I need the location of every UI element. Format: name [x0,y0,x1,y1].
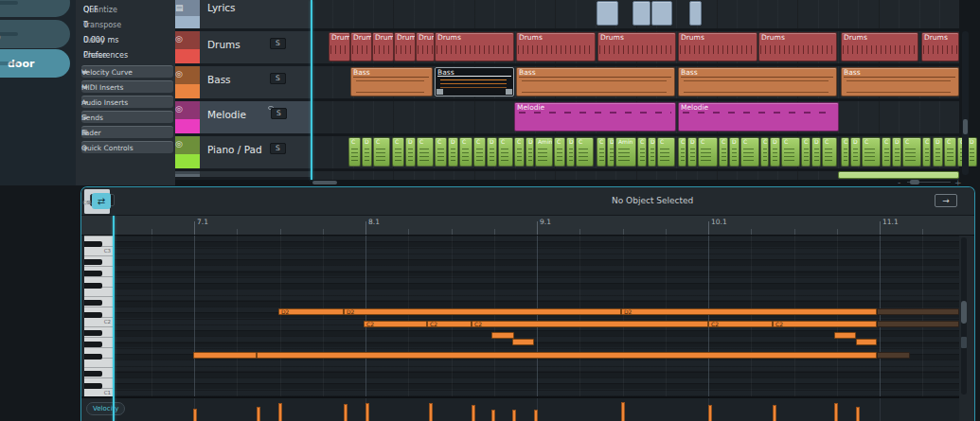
chord-clip[interactable]: C [841,137,849,167]
velocity-lane[interactable] [114,396,959,421]
bass-clip[interactable]: Bass [350,67,433,96]
chord-clip[interactable]: Amin [535,137,553,167]
inspector-param-transpose[interactable]: Transpose0 [83,18,169,31]
drums-clip[interactable]: Drums [841,32,918,61]
black-key[interactable] [84,383,102,389]
chord-clip[interactable]: D [933,137,943,167]
midi-note[interactable] [834,332,856,339]
drums-clip[interactable]: Drums [516,32,596,61]
chord-clip[interactable]: D [892,137,901,167]
velocity-bar[interactable] [621,402,625,421]
chord-clip[interactable]: C [781,137,800,167]
solo-button[interactable]: S [271,108,287,119]
black-key[interactable] [84,271,102,276]
chord-clip[interactable]: C [459,137,472,167]
chord-clip[interactable]: C [392,137,404,167]
chord-clip[interactable]: C [597,137,606,167]
keyboard-zoom-handle[interactable] [961,337,967,348]
chord-clip[interactable]: C [902,137,921,167]
chord-clip[interactable]: C [473,137,486,167]
scrollbar-handle[interactable] [312,181,337,184]
midi-note[interactable]: D2 [621,308,877,315]
drums-clip[interactable]: Drums [372,32,394,61]
chord-clip[interactable]: D [526,137,534,167]
velocity-bar[interactable] [257,407,260,421]
velocity-bar[interactable] [429,403,433,421]
chord-clip[interactable]: C [554,137,565,167]
drums-clip[interactable]: Drums [597,32,676,61]
bass-clip[interactable]: Bass [841,67,959,96]
chord-clip[interactable]: Amin [615,137,636,167]
horizontal-scrollbar[interactable]: -+ [175,180,959,185]
velocity-bar[interactable] [834,403,838,421]
black-key[interactable] [84,300,102,306]
black-key[interactable] [84,259,102,265]
chord-clip[interactable]: C [498,137,513,167]
midi-note[interactable] [512,339,534,345]
chord-clip[interactable]: D [729,137,739,167]
midi-note[interactable] [491,332,514,339]
drums-clip[interactable]: Drums [416,32,435,61]
solo-button[interactable]: S [270,73,286,84]
inspector-section-fader[interactable]: ▶Fader▥ [81,126,173,138]
chord-clip[interactable]: D [648,137,656,167]
track-row-piano-pad[interactable]: ◎Piano / PadMS [175,136,311,171]
chord-clip[interactable]: C [657,137,675,167]
inspector-section-midi-inserts[interactable]: ▶MIDI Inserts⊷ [81,80,173,93]
chord-clip[interactable]: C [576,137,594,167]
midi-note[interactable]: C2 [427,321,472,327]
arrangement-area[interactable]: DrumsDrumsDrumsDrumsDrumsDrumsDrumsDrums… [312,0,959,180]
inspector-section-audio-inserts[interactable]: ▶Audio Inserts⊶ [81,96,173,108]
velocity-bar[interactable] [472,405,475,421]
track-row-melodie[interactable]: ◎MelodieMS [175,101,311,136]
midi-note[interactable]: D2 [278,308,344,315]
track-preset-pad[interactable]: door684/4 [0,49,70,78]
drums-clip[interactable]: Drums [350,32,372,61]
chord-clip[interactable]: C [698,137,718,167]
inspector-param-delay[interactable]: Delay0.000 ms [83,33,169,46]
midi-note[interactable]: C2 [364,321,427,327]
track-row-bass[interactable]: ◎BassMS [175,66,311,101]
note-grid[interactable]: D2D2D2C2C2C2C2C2 [114,236,959,396]
open-editor-button[interactable]: → [935,194,957,207]
black-key[interactable] [84,371,102,377]
acoustic-feedback-button[interactable]: ⇄ [92,193,111,209]
chord-clip[interactable]: C [740,137,759,167]
inspector-section-sends[interactable]: ▶Sends⊡ [81,111,173,123]
zoom-slider-handle[interactable] [910,180,919,184]
inspector-param-quantize[interactable]: QuantizeOFF [83,3,169,16]
chord-clip[interactable]: C [435,137,447,167]
chord-clip[interactable]: D [850,137,861,167]
velocity-bar[interactable] [365,403,369,421]
drums-clip[interactable]: Drums [678,32,757,61]
vertical-scrollbar-upper[interactable] [962,31,969,175]
velocity-bar[interactable] [856,407,860,421]
scrollbar-handle[interactable] [961,301,967,324]
chord-clip[interactable]: C [348,137,361,167]
chord-clip[interactable]: D [566,137,575,167]
velocity-bar[interactable] [534,410,538,421]
velocity-bar[interactable] [344,404,347,421]
midi-note[interactable]: C2 [773,321,877,327]
chord-clip[interactable]: C [922,137,931,167]
drums-clip[interactable]: Drums [329,32,350,61]
timeline-ruler[interactable]: 7.18.19.110.111.1 [81,216,974,236]
track-row-lyrics[interactable]: ▤Lyrics [175,0,311,31]
velocity-bar[interactable] [708,405,712,421]
melodie-clip[interactable]: Melodie [678,102,839,132]
black-key[interactable] [84,342,102,347]
lyrics-clip[interactable] [633,1,650,26]
track-preset-pad[interactable]: 1604/4 [0,20,70,48]
inspector-section-velocity-curve[interactable]: ▶Velocity Curve▬ [81,65,173,78]
chord-clip[interactable]: D [607,137,615,167]
black-key[interactable] [84,241,102,247]
chord-clip[interactable]: C [514,137,525,167]
chord-clip[interactable]: C [373,137,390,167]
midi-note-muted[interactable] [877,321,959,327]
chord-clip[interactable]: C [801,137,811,167]
midi-note[interactable]: C2 [472,321,708,327]
velocity-bar[interactable] [773,405,776,421]
chord-clip[interactable]: D [487,137,497,167]
black-key[interactable] [84,312,102,318]
drums-clip[interactable]: Drums [435,32,514,61]
